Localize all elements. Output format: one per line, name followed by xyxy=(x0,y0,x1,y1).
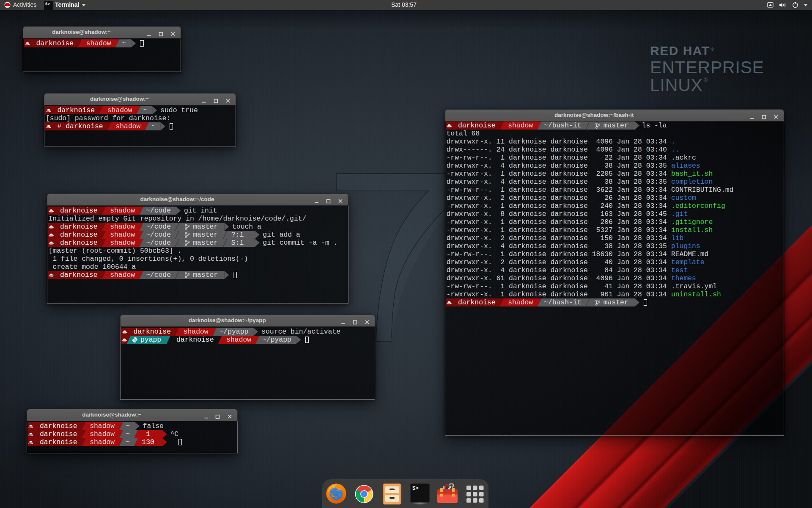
svg-text:$>: $> xyxy=(45,2,50,6)
svg-text:$>: $> xyxy=(412,486,418,491)
